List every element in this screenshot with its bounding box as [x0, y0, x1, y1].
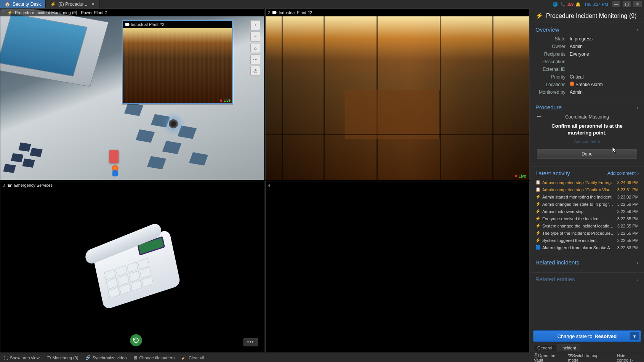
chevron-right-icon[interactable]: ›	[637, 276, 639, 282]
activity-time: 3:22:55 PM	[617, 231, 639, 235]
maximize-button[interactable]: ▢	[623, 1, 631, 7]
link-icon: 🔗	[85, 355, 91, 360]
activity-row[interactable]: 📋Admin completed step "Notify Emergency.…	[535, 179, 639, 186]
tab-general[interactable]: General	[533, 344, 556, 351]
panel-footer: 🗄Open the Vault 🗺Switch to map mode Hide…	[530, 353, 644, 362]
person-icon[interactable]	[112, 165, 119, 172]
activity-time: 3:22:55 PM	[617, 216, 639, 221]
open-vault-button[interactable]: 🗄Open the Vault	[534, 353, 563, 362]
activity-time: 3:24:09 PM	[617, 180, 639, 185]
pip-camera[interactable]: Industrial Plant #2 Live	[122, 20, 233, 104]
camera-marker-icon[interactable]	[169, 119, 178, 128]
minimize-button[interactable]: —	[612, 1, 620, 7]
activity-icon: 📋	[535, 180, 540, 185]
activity-icon: ⚡	[535, 216, 540, 221]
field-value: In progress	[570, 35, 593, 43]
vault-icon: 🗄	[534, 353, 538, 358]
change-tile-pattern-button[interactable]: ▦Change tile pattern	[133, 355, 175, 360]
map-more-button[interactable]: ⋯	[250, 54, 260, 64]
field-label: Recipients:	[535, 50, 570, 58]
chevron-right-icon[interactable]: ›	[637, 259, 639, 266]
activity-time: 3:22:55 PM	[617, 224, 639, 228]
activity-row[interactable]: ⚡Admin started monitoring the incident.3…	[535, 193, 639, 200]
section-overview: Overview › State:In progress Owner:Admin…	[530, 23, 644, 101]
alarm-pin-icon[interactable]	[109, 150, 119, 163]
footer-label: Synchronize video	[93, 356, 127, 360]
chevron-right-icon[interactable]: ›	[637, 26, 639, 33]
activity-row[interactable]: 📋Admin completed step "Confirm Visually …	[535, 186, 639, 193]
tray-phone-icon[interactable]: 📞	[560, 1, 566, 7]
close-icon[interactable]: ✕	[91, 2, 95, 7]
activity-row[interactable]: ⚡Admin changed the state to In progress.…	[535, 200, 639, 208]
field-label: Locations:	[535, 81, 570, 88]
zoom-in-button[interactable]: +	[250, 20, 260, 30]
bolt-icon: ⚡	[535, 12, 543, 19]
tray-globe-icon[interactable]: 🌐	[552, 1, 558, 7]
app-tab-security-desk[interactable]: 🏠 Security Desk	[0, 0, 46, 8]
field-label: Monitored by:	[535, 88, 570, 96]
map-target-button[interactable]: ◎	[250, 66, 260, 76]
ellipsis-icon: ⋯	[253, 57, 258, 62]
activity-row[interactable]: ⚡Admin took ownership.3:22:59 PM	[535, 208, 639, 215]
field-label: Owner:	[535, 43, 570, 50]
tile-map[interactable]: 1 ⚡ Procedure Incident Monitoring (9) - …	[0, 8, 264, 180]
house-icon: ⌂	[254, 45, 256, 51]
activity-row[interactable]: ⚡Everyone received the incident.3:22:55 …	[535, 215, 639, 222]
activity-time: 3:22:59 PM	[617, 209, 639, 214]
activity-row[interactable]: ⚡System triggered the incident.3:22:55 P…	[535, 237, 639, 244]
home-view-button[interactable]: ⌂	[250, 43, 260, 53]
procedure-instruction: Confirm all personnel is at the musterin…	[537, 122, 637, 139]
chevron-right-icon[interactable]: ›	[637, 104, 639, 111]
button-label: Done	[582, 151, 593, 157]
activity-text: The type of the incident is Procedure In…	[542, 231, 615, 235]
tray-clock: Thu 3:24 PM	[583, 2, 610, 6]
field-value: Smoke Alarm	[570, 81, 603, 88]
tile-emergency-services[interactable]: 3 ☎ Emergency Services •••	[0, 181, 264, 353]
minus-icon: −	[254, 34, 256, 39]
monitoring-button[interactable]: 🖵Monitoring (0)	[46, 356, 78, 360]
camera-icon	[125, 23, 129, 26]
hide-controls-button[interactable]: Hide controls›	[617, 353, 640, 362]
activity-row[interactable]: 🟦Alarm triggered from alarm Smoke Alarm …	[535, 244, 639, 251]
phone-icon: ☎	[7, 183, 12, 187]
dropdown-arrow-icon[interactable]: ▾	[630, 332, 639, 340]
tray-bell-icon[interactable]: 🔔	[575, 1, 581, 7]
field-label: Description:	[535, 58, 570, 66]
tile-empty[interactable]: 4	[265, 181, 530, 353]
add-comment-button[interactable]: Add comment›	[607, 171, 639, 176]
activity-time: 3:22:53 PM	[617, 245, 639, 250]
sync-video-button[interactable]: 🔗Synchronize video	[85, 355, 127, 360]
activity-list[interactable]: 📋Admin completed step "Notify Emergency.…	[535, 179, 639, 251]
button-value: Resolved	[594, 333, 617, 339]
procedure-step-title: Coordinate Mustering	[565, 114, 609, 120]
tab-incident[interactable]: Incident	[557, 344, 580, 351]
tab-label: General	[537, 346, 552, 350]
back-button[interactable]: 🠔	[537, 114, 541, 120]
tile-camera-feed[interactable]: 2 Industrial Plant #2 Live	[265, 8, 530, 180]
close-button[interactable]: ✕	[633, 1, 642, 7]
section-label: Latest activity	[535, 170, 570, 176]
tile-number: 3	[3, 183, 5, 187]
clear-all-button[interactable]: 🧹Clear all	[181, 355, 204, 360]
footer-label: Monitoring (0)	[53, 356, 78, 360]
switch-map-mode-button[interactable]: 🗺Switch to map mode	[568, 353, 606, 362]
activity-icon: ⚡	[535, 223, 540, 228]
live-badge: Live	[224, 98, 231, 103]
add-comment-link[interactable]: Add comment	[537, 139, 637, 144]
tray-alert-icon[interactable]: ⚠9	[567, 1, 574, 7]
change-state-button[interactable]: Change state to Resolved ▾	[533, 330, 641, 342]
app-tab-incident[interactable]: ⚡ (9) Procedur... ✕	[46, 0, 100, 8]
activity-text: Admin took ownership.	[542, 209, 615, 214]
done-button[interactable]: Done	[537, 149, 637, 159]
location-text: Smoke Alarm	[575, 82, 602, 87]
zoom-out-button[interactable]: −	[250, 32, 260, 42]
activity-time: 3:22:59 PM	[617, 202, 639, 207]
show-area-view-button[interactable]: ⛶Show area view	[4, 356, 40, 360]
activity-row[interactable]: ⚡System changed the incident location to…	[535, 222, 639, 229]
activity-row[interactable]: ⚡The type of the incident is Procedure I…	[535, 229, 639, 237]
chevron-right-icon: ›	[631, 358, 633, 362]
tile-more-button[interactable]: •••	[244, 338, 258, 346]
refresh-button[interactable]	[130, 334, 142, 346]
field-label: External ID:	[535, 66, 570, 73]
smoke-alarm-icon	[570, 82, 574, 86]
